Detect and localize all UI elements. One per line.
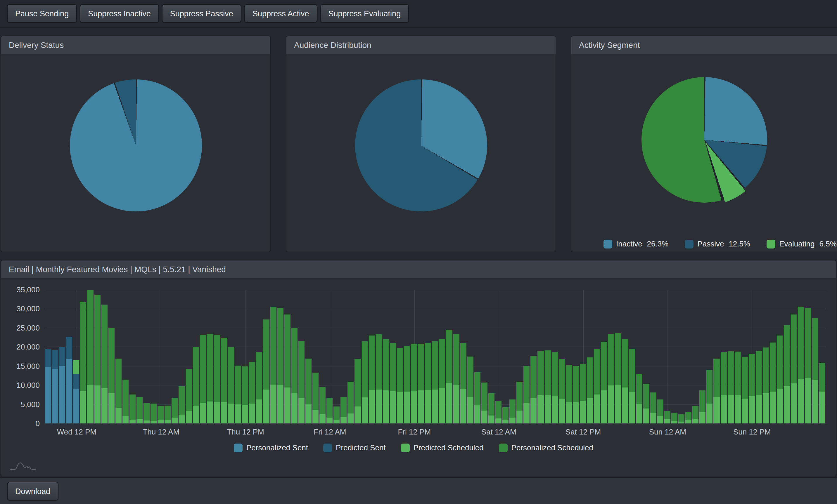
bar-column[interactable]	[277, 290, 284, 424]
bar-column[interactable]	[193, 290, 200, 424]
bar-column[interactable]	[270, 290, 277, 424]
bar-column[interactable]	[80, 290, 87, 424]
bar-column[interactable]	[805, 290, 812, 424]
bar-column[interactable]	[587, 290, 594, 424]
bar-column[interactable]	[699, 290, 706, 424]
bar-column[interactable]	[390, 290, 397, 424]
download-button[interactable]: Download	[7, 482, 58, 501]
bar-column[interactable]	[516, 290, 523, 424]
bar-column[interactable]	[263, 290, 270, 424]
bar-column[interactable]	[615, 290, 622, 424]
bar-column[interactable]	[214, 290, 221, 424]
bar-column[interactable]	[115, 290, 122, 424]
bar-column[interactable]	[439, 290, 446, 424]
bar-column[interactable]	[545, 290, 552, 424]
bar-column[interactable]	[129, 290, 137, 424]
bar-column[interactable]	[143, 290, 150, 424]
bar-column[interactable]	[510, 290, 516, 424]
bar-column[interactable]	[622, 290, 629, 424]
bar-column[interactable]	[200, 290, 207, 424]
bar-column[interactable]	[221, 290, 228, 424]
bar-column[interactable]	[537, 290, 545, 424]
bar-column[interactable]	[713, 290, 720, 424]
bar-column[interactable]	[671, 290, 678, 424]
bar-column[interactable]	[383, 290, 390, 424]
bar-column[interactable]	[735, 290, 742, 424]
bar-column[interactable]	[523, 290, 531, 424]
bar-column[interactable]	[172, 290, 179, 424]
bar-column[interactable]	[137, 290, 143, 424]
bar-column[interactable]	[608, 290, 615, 424]
bar-column[interactable]	[313, 290, 319, 424]
suppress-inactive-button[interactable]: Suppress Inactive	[80, 4, 159, 23]
bar-column[interactable]	[460, 290, 467, 424]
bar-column[interactable]	[284, 290, 291, 424]
bar-column[interactable]	[531, 290, 537, 424]
bar-column[interactable]	[559, 290, 566, 424]
bar-column[interactable]	[158, 290, 164, 424]
bar-column[interactable]	[763, 290, 770, 424]
legend-item-predicted-scheduled[interactable]: Predicted Scheduled	[401, 443, 484, 452]
bar-column[interactable]	[305, 290, 313, 424]
bar-column[interactable]	[432, 290, 439, 424]
audience-distribution-pie-chart[interactable]	[355, 79, 487, 211]
bar-column[interactable]	[777, 290, 784, 424]
bar-column[interactable]	[326, 290, 334, 424]
bar-column[interactable]	[706, 290, 713, 424]
bar-column[interactable]	[319, 290, 326, 424]
bar-column[interactable]	[256, 290, 263, 424]
bar-column[interactable]	[249, 290, 256, 424]
bar-column[interactable]	[108, 290, 115, 424]
bar-column[interactable]	[566, 290, 573, 424]
bar-column[interactable]	[453, 290, 460, 424]
bar-column[interactable]	[495, 290, 502, 424]
bar-column[interactable]	[348, 290, 355, 424]
bar-column[interactable]	[791, 290, 798, 424]
bar-column[interactable]	[784, 290, 791, 424]
activity-segment-pie-chart[interactable]	[641, 77, 767, 203]
bar-column[interactable]	[749, 290, 756, 424]
bar-column[interactable]	[179, 290, 185, 424]
bar-column[interactable]	[552, 290, 559, 424]
bar-column[interactable]	[228, 290, 235, 424]
bar-column[interactable]	[664, 290, 671, 424]
bar-column[interactable]	[242, 290, 249, 424]
bar-column[interactable]	[376, 290, 383, 424]
bar-column[interactable]	[657, 290, 664, 424]
bar-column[interactable]	[692, 290, 699, 424]
legend-item-evaluating[interactable]: Evaluating6.5%	[767, 240, 837, 248]
bar-column[interactable]	[87, 290, 94, 424]
bar-column[interactable]	[467, 290, 474, 424]
bar-column[interactable]	[411, 290, 418, 424]
bar-column[interactable]	[573, 290, 580, 424]
bar-column[interactable]	[340, 290, 348, 424]
bar-column[interactable]	[580, 290, 587, 424]
bar-column[interactable]	[207, 290, 214, 424]
bar-column[interactable]	[650, 290, 657, 424]
bar-column[interactable]	[59, 290, 66, 424]
bar-column[interactable]	[122, 290, 129, 424]
suppress-evaluating-button[interactable]: Suppress Evaluating	[320, 4, 409, 23]
bar-column[interactable]	[52, 290, 59, 424]
bar-column[interactable]	[643, 290, 650, 424]
bar-column[interactable]	[756, 290, 763, 424]
suppress-active-button[interactable]: Suppress Active	[244, 4, 317, 23]
bar-column[interactable]	[678, 290, 685, 424]
bar-column[interactable]	[235, 290, 242, 424]
bar-column[interactable]	[66, 290, 73, 424]
suppress-passive-button[interactable]: Suppress Passive	[162, 4, 242, 23]
bar-column[interactable]	[362, 290, 369, 424]
legend-item-personalized-sent[interactable]: Personalized Sent	[234, 443, 308, 452]
bar-column[interactable]	[728, 290, 735, 424]
bar-column[interactable]	[819, 290, 826, 424]
bar-column[interactable]	[474, 290, 481, 424]
bar-column[interactable]	[425, 290, 432, 424]
bar-column[interactable]	[291, 290, 298, 424]
bar-column[interactable]	[298, 290, 305, 424]
bar-column[interactable]	[397, 290, 404, 424]
bar-column[interactable]	[369, 290, 376, 424]
bar-column[interactable]	[94, 290, 102, 424]
bar-column[interactable]	[355, 290, 361, 424]
bar-column[interactable]	[629, 290, 636, 424]
legend-item-predicted-sent[interactable]: Predicted Sent	[323, 443, 386, 452]
